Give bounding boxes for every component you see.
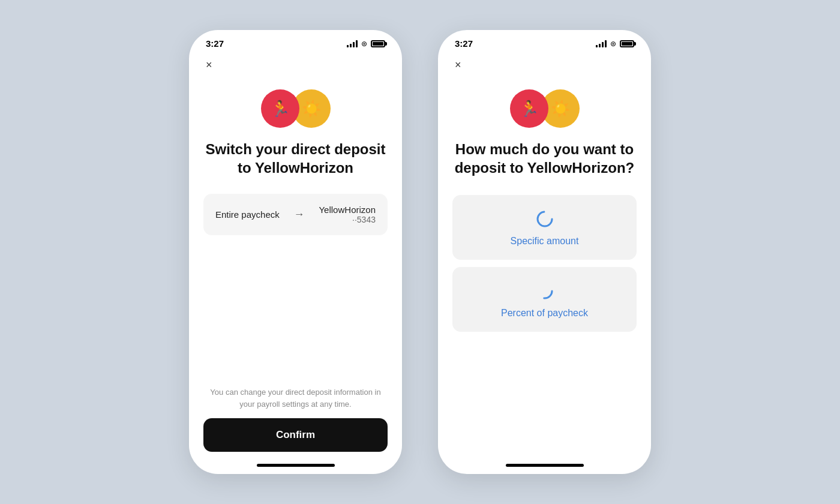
phone-2: 3:27 ⊛ × 🏃 ☀️ How much do you want to de… xyxy=(438,30,651,474)
status-icons-2: ⊛ xyxy=(596,40,634,48)
phone-1: 3:27 ⊛ × 🏃 ☀️ Switch your direct deposit… xyxy=(189,30,402,474)
battery-icon-2 xyxy=(620,40,634,47)
runner-icon-2: 🏃 xyxy=(520,100,539,118)
close-button-1[interactable]: × xyxy=(203,57,215,73)
deposit-arrow-icon: → xyxy=(294,208,305,221)
red-icon-circle-2: 🏃 xyxy=(510,89,548,128)
wifi-icon-2: ⊛ xyxy=(610,40,616,48)
status-icons-1: ⊛ xyxy=(347,40,385,48)
confirm-button[interactable]: Confirm xyxy=(203,418,388,452)
icon-group-1: 🏃 ☀️ xyxy=(261,89,331,128)
deposit-card: Entire paycheck → YellowHorizon ··5343 xyxy=(203,194,388,235)
specific-amount-option[interactable]: Specific amount xyxy=(452,195,637,260)
icon-group-2: 🏃 ☀️ xyxy=(510,89,580,128)
signal-icon-2 xyxy=(596,40,607,47)
close-button-2[interactable]: × xyxy=(452,57,464,73)
phone1-content: 🏃 ☀️ Switch your direct deposit to Yello… xyxy=(189,77,402,464)
percent-paycheck-label: Percent of paycheck xyxy=(501,308,588,319)
signal-icon-1 xyxy=(347,40,358,47)
deposit-to-container: YellowHorizon ··5343 xyxy=(319,205,376,224)
status-time-2: 3:27 xyxy=(455,38,473,49)
phone2-title: How much do you want to deposit to Yello… xyxy=(452,140,637,177)
percent-paycheck-option[interactable]: Percent of paycheck xyxy=(452,267,637,332)
sun-icon-1: ☀️ xyxy=(302,100,321,118)
deposit-to-name: YellowHorizon xyxy=(319,205,376,215)
status-bar-2: 3:27 ⊛ xyxy=(438,30,651,52)
wifi-icon-1: ⊛ xyxy=(361,40,367,48)
status-bar-1: 3:27 ⊛ xyxy=(189,30,402,52)
svg-point-1 xyxy=(538,284,552,298)
deposit-to-account: ··5343 xyxy=(319,215,376,224)
home-indicator-1 xyxy=(257,464,335,467)
battery-icon-1 xyxy=(371,40,385,47)
home-indicator-2 xyxy=(506,464,584,467)
phone2-content: 🏃 ☀️ How much do you want to deposit to … xyxy=(438,77,651,464)
red-icon-circle-1: 🏃 xyxy=(261,89,299,128)
runner-icon-1: 🏃 xyxy=(271,100,290,118)
specific-amount-label: Specific amount xyxy=(511,236,579,247)
svg-point-0 xyxy=(538,212,552,226)
footer-note: You can change your direct deposit infor… xyxy=(203,386,388,410)
status-time-1: 3:27 xyxy=(206,38,224,49)
phone1-title: Switch your direct deposit to YellowHori… xyxy=(203,140,388,177)
specific-amount-icon xyxy=(534,208,556,230)
sun-icon-2: ☀️ xyxy=(551,100,570,118)
percent-paycheck-icon xyxy=(534,280,556,302)
deposit-from-label: Entire paycheck xyxy=(215,209,280,220)
